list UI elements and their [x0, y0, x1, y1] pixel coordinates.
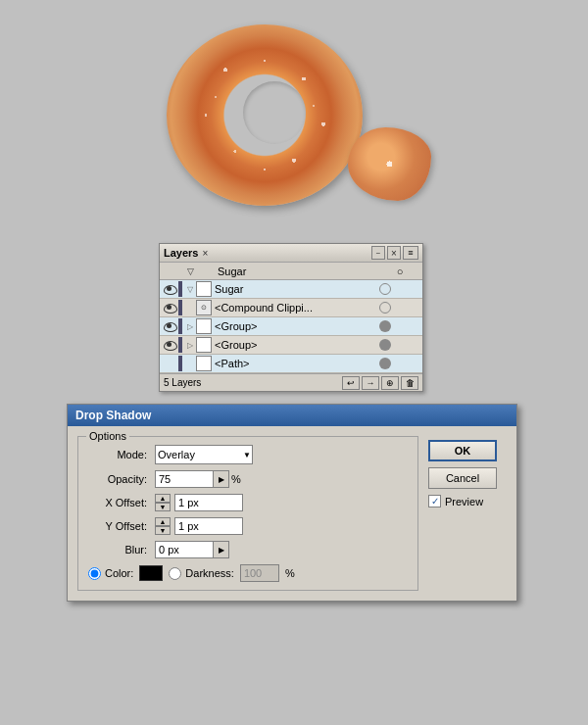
opacity-arrow-btn[interactable]: ▶	[214, 470, 229, 488]
layers-panel-title: Layers	[164, 247, 198, 259]
layer-add-btn[interactable]: ⊕	[381, 376, 399, 390]
blur-input-group: ▶	[155, 541, 229, 558]
color-radio[interactable]	[88, 567, 101, 580]
layer-eye-1[interactable]	[162, 281, 177, 297]
layers-header-row: ▽ Sugar ○	[160, 263, 422, 280]
y-offset-input-group: ▲ ▼	[155, 517, 243, 535]
color-radio-group: Color:	[88, 567, 133, 580]
mode-row: Mode: Overlay Normal Multiply Screen ▼	[88, 445, 408, 464]
layer-eye-5	[162, 356, 177, 371]
x-offset-label: X Offset:	[88, 497, 155, 508]
y-offset-spinners: ▲ ▼	[155, 517, 171, 535]
donut-hole	[243, 81, 306, 144]
layer-divider-1	[178, 281, 182, 297]
eye-icon-1	[164, 285, 175, 293]
layer-dot-2	[379, 302, 391, 314]
eye-icon-4	[164, 341, 175, 349]
y-offset-label: Y Offset:	[88, 520, 155, 532]
dialog-buttons-section: OK Cancel ✓ Preview	[428, 436, 507, 591]
options-group: Options Mode: Overlay Normal Multiply Sc…	[77, 436, 418, 591]
layer-back-btn[interactable]: ↩	[342, 376, 360, 390]
layers-count: 5 Layers	[164, 377, 201, 388]
x-offset-input-group: ▲ ▼	[155, 494, 243, 511]
layer-row[interactable]: ▷ <Group>	[160, 336, 422, 355]
dialog-title: Drop Shadow	[75, 409, 151, 422]
layer-dot-5	[379, 358, 391, 369]
darkness-input	[240, 564, 279, 582]
layer-row[interactable]: ▽ Sugar	[160, 280, 422, 299]
options-group-label: Options	[86, 430, 129, 442]
layer-expand-1[interactable]: ▽	[184, 283, 196, 295]
layer-name-2: <Compound Clippi...	[215, 302, 379, 314]
layer-eye-4[interactable]	[162, 337, 177, 353]
opacity-label: Opacity:	[88, 473, 155, 485]
donut-piece	[348, 127, 431, 201]
preview-check-row: ✓ Preview	[428, 495, 507, 508]
blur-row: Blur: ▶	[88, 541, 408, 558]
mode-label: Mode:	[88, 449, 155, 460]
preview-checkbox[interactable]: ✓	[428, 495, 441, 508]
layer-dot-3	[379, 320, 391, 332]
layer-divider-2	[178, 300, 182, 315]
ok-button[interactable]: OK	[428, 440, 497, 461]
x-offset-row: X Offset: ▲ ▼	[88, 494, 408, 511]
opacity-input[interactable]	[155, 470, 214, 488]
x-offset-up[interactable]: ▲	[155, 494, 171, 503]
eye-icon-2	[164, 304, 175, 312]
dot-col-header: ○	[393, 266, 407, 277]
x-offset-spinners: ▲ ▼	[155, 494, 171, 511]
opacity-row: Opacity: ▶ %	[88, 470, 408, 488]
layers-close-btn[interactable]: ×	[387, 246, 401, 260]
layer-thumb-5	[196, 356, 212, 371]
layer-forward-btn[interactable]: →	[362, 376, 379, 390]
y-offset-up[interactable]: ▲	[155, 517, 171, 526]
layer-delete-btn[interactable]: 🗑	[401, 376, 418, 390]
darkness-radio[interactable]	[169, 567, 181, 580]
layer-name-3: <Group>	[215, 320, 379, 332]
layers-footer: 5 Layers ↩ → ⊕ 🗑	[160, 373, 422, 391]
blur-input[interactable]	[155, 541, 214, 558]
eye-icon-3	[164, 322, 175, 330]
darkness-unit: %	[285, 567, 295, 579]
donut-main	[167, 24, 363, 206]
layer-divider-4	[178, 337, 182, 353]
color-swatch[interactable]	[139, 565, 163, 581]
layer-divider-5	[178, 356, 182, 371]
layers-tab-x: ×	[202, 248, 208, 259]
layer-expand-5	[184, 358, 196, 369]
y-offset-row: Y Offset: ▲ ▼	[88, 517, 408, 535]
x-offset-down[interactable]: ▼	[155, 503, 171, 511]
x-offset-input[interactable]	[174, 494, 243, 511]
y-offset-input[interactable]	[174, 517, 243, 535]
layer-row[interactable]: ⊙ <Compound Clippi...	[160, 299, 422, 317]
layer-expand-3[interactable]: ▷	[184, 320, 196, 332]
layer-name-5: <Path>	[215, 358, 379, 369]
layer-expand-4[interactable]: ▷	[184, 339, 196, 351]
layer-thumb-3	[196, 318, 212, 334]
layers-title-left: Layers ×	[164, 247, 208, 259]
layers-minimize-btn[interactable]: −	[371, 246, 385, 260]
y-offset-down[interactable]: ▼	[155, 526, 171, 535]
color-row: Color: Darkness: %	[88, 564, 408, 582]
layer-eye-3[interactable]	[162, 318, 177, 334]
drop-shadow-dialog: Drop Shadow Options Mode: Overlay Normal…	[67, 404, 517, 602]
layer-dot-1	[379, 283, 391, 295]
layer-row[interactable]: ▷ <Group>	[160, 317, 422, 336]
cancel-button[interactable]: Cancel	[428, 467, 497, 489]
canvas-area	[0, 0, 588, 225]
dialog-options-section: Options Mode: Overlay Normal Multiply Sc…	[77, 436, 418, 591]
layer-name-4: <Group>	[215, 339, 379, 351]
layer-row[interactable]: <Path>	[160, 355, 422, 373]
layers-titlebar: Layers × − × ≡	[160, 244, 422, 263]
mode-select[interactable]: Overlay Normal Multiply Screen	[155, 445, 253, 464]
blur-arrow-btn[interactable]: ▶	[214, 541, 229, 558]
dialog-body: Options Mode: Overlay Normal Multiply Sc…	[68, 426, 516, 601]
layers-menu-btn[interactable]: ≡	[403, 246, 418, 260]
darkness-radio-group: Darkness:	[169, 567, 234, 580]
blur-label: Blur:	[88, 544, 155, 556]
expand-col-header: ▽	[182, 266, 198, 276]
layers-footer-buttons: ↩ → ⊕ 🗑	[342, 376, 418, 390]
layer-eye-2[interactable]	[162, 300, 177, 315]
layer-thumb-4	[196, 337, 212, 353]
opacity-input-group: ▶ %	[155, 470, 241, 488]
